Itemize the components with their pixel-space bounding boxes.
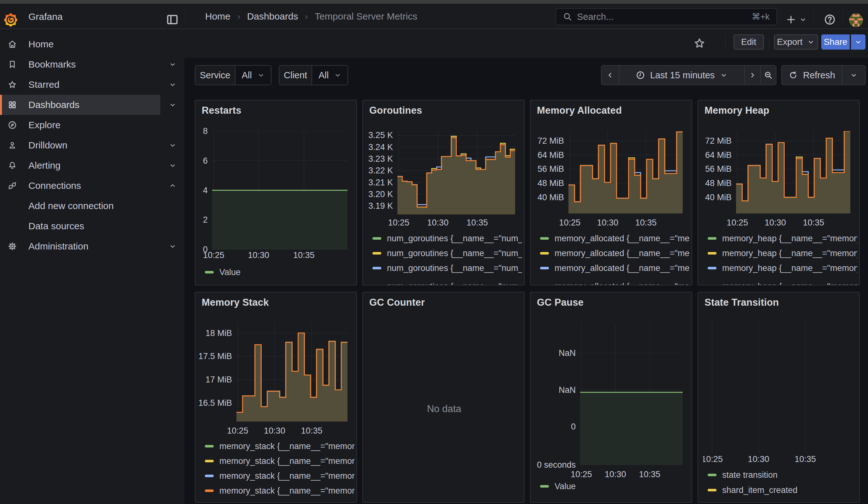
y-axis-label: 56 MiB [698, 164, 732, 174]
sidebar-item-data-sources[interactable]: Data sources [0, 216, 161, 236]
sidebar-item-bookmarks[interactable]: Bookmarks [0, 54, 161, 74]
panel-title[interactable]: GC Pause [537, 297, 583, 308]
legend-item[interactable]: num_goroutines {__name__="num_go [372, 262, 522, 275]
favorite-star-icon[interactable] [693, 36, 706, 50]
panel-title[interactable]: Restarts [202, 105, 241, 116]
grafana-logo-icon[interactable] [4, 13, 17, 27]
legend-item[interactable]: memory_stack {__name__="memory_s [205, 470, 354, 482]
legend-series-label: memory_allocated {__name__="memc [555, 234, 690, 244]
add-chevron-icon[interactable] [798, 14, 808, 25]
chart-restarts[interactable] [212, 131, 348, 251]
legend-item[interactable]: num_goroutines {__name__="num_go [372, 280, 522, 286]
legend-item[interactable]: memory_heap {__name__="memory_h [707, 232, 857, 245]
panel-title[interactable]: Memory Allocated [537, 105, 622, 116]
legend-item[interactable]: memory_heap {__name__="memory_h [707, 280, 857, 286]
chart-memstack[interactable] [236, 324, 348, 423]
share-button[interactable]: Share [821, 34, 850, 50]
legend-item[interactable]: memory_heap {__name__="memory_h [707, 262, 857, 275]
legend-series-label: Value [219, 267, 240, 277]
legend-item[interactable]: memory_allocated {__name__="memc [540, 232, 690, 245]
export-label: Export [777, 37, 803, 47]
panel-title[interactable]: Goroutines [369, 105, 422, 116]
legend-item[interactable]: memory_allocated {__name__="memc [540, 262, 690, 275]
time-forward-button[interactable] [744, 66, 760, 85]
panel-memstack: Memory Stack18 MiB17.5 MiB17 MiB16.5 MiB… [195, 292, 357, 503]
sidebar-chevron-down-icon[interactable] [168, 101, 177, 109]
legend-item[interactable]: Value [540, 480, 576, 493]
refresh-button[interactable]: Refresh [782, 66, 842, 85]
legend-item[interactable]: shard_item_created [707, 484, 798, 496]
y-axis-label: 40 MiB [530, 193, 564, 203]
sidebar-chevron-down-icon[interactable] [168, 60, 177, 69]
no-data-message: No data [427, 403, 462, 415]
x-axis-label: 10:30 [582, 218, 633, 228]
sidebar-item-connections[interactable]: Connections [0, 176, 161, 196]
panel-title[interactable]: Memory Heap [704, 105, 769, 116]
filter-label[interactable]: Client [279, 66, 311, 85]
edit-button[interactable]: Edit [734, 34, 764, 50]
legend-series-label: num_goroutines {__name__="num_go [387, 263, 522, 273]
sidebar-item-starred[interactable]: Starred [0, 74, 161, 95]
export-button[interactable]: Export [774, 34, 818, 50]
help-icon[interactable] [823, 13, 837, 27]
legend-item[interactable]: memory_heap {__name__="memory_h [707, 247, 857, 260]
chart-statetransition[interactable] [711, 319, 850, 455]
chart-memallocated[interactable] [568, 131, 683, 215]
sidebar-item-explore[interactable]: Explore [0, 115, 161, 135]
filter-value-dropdown[interactable]: All [235, 66, 271, 85]
legend-series-label: memory_heap {__name__="memory_h [722, 263, 857, 273]
y-axis-label: 72 MiB [530, 136, 564, 146]
legend-series-color [205, 445, 214, 448]
legend-item[interactable]: memory_stack {__name__="memory_s [205, 484, 354, 497]
sidebar-chevron-up-icon[interactable] [168, 182, 177, 190]
sidebar-item-administration[interactable]: Administration [0, 236, 161, 256]
panel-title[interactable]: Memory Stack [202, 297, 269, 308]
search-input[interactable]: Search... ⌘+k [556, 8, 777, 25]
time-range-picker[interactable]: Last 15 minutes [619, 66, 744, 85]
sidebar-chevron-down-icon[interactable] [168, 242, 177, 250]
sidebar-chevron-down-icon[interactable] [168, 81, 177, 89]
panel-title[interactable]: State Transition [704, 297, 779, 308]
y-axis-label: 0 [530, 422, 576, 432]
zoom-out-button[interactable] [760, 66, 776, 85]
legend-series-label: memory_allocated {__name__="memc [555, 282, 690, 286]
y-axis-label: 6 [195, 156, 208, 165]
breadcrumb-item-1[interactable]: Dashboards [247, 11, 298, 22]
legend-series-label: memory_stack {__name__="memory_s [219, 471, 354, 481]
sidebar-item-alerting[interactable]: Alerting [0, 155, 161, 176]
sidebar-item-drilldown[interactable]: Drilldown [0, 135, 161, 155]
avatar[interactable] [849, 13, 863, 27]
legend-item[interactable]: memory_stack {__name__="memory_s [205, 455, 354, 467]
chart-goroutines[interactable] [397, 131, 515, 216]
filter-value-dropdown[interactable]: All [311, 66, 348, 85]
sidebar-toggle-icon[interactable] [165, 13, 179, 27]
chart-gcpause[interactable] [580, 323, 683, 466]
x-axis-label: 10:30 [249, 426, 300, 436]
chart-memheap[interactable] [736, 131, 850, 215]
header-divider-1 [185, 10, 185, 23]
legend-series-color [372, 237, 381, 240]
panel-restarts: Restarts8642010:2510:3010:35Value [195, 100, 357, 286]
breadcrumb-item-0[interactable]: Home [205, 11, 230, 22]
sidebar-item-add-new-connection[interactable]: Add new connection [0, 196, 161, 216]
filter-label[interactable]: Service [195, 66, 235, 85]
panel-title[interactable]: GC Counter [369, 297, 425, 308]
legend-item[interactable]: num_goroutines {__name__="num_go [372, 232, 522, 245]
sidebar-item-dashboards[interactable]: Dashboards [0, 95, 161, 115]
refresh-interval-dropdown[interactable] [842, 66, 865, 85]
y-axis-label: 48 MiB [530, 178, 564, 188]
share-dropdown-button[interactable] [851, 34, 866, 50]
sidebar-chevron-down-icon[interactable] [168, 161, 177, 169]
time-back-button[interactable] [602, 66, 619, 85]
legend-item[interactable]: Value [205, 266, 240, 278]
legend-item[interactable]: memory_allocated {__name__="memc [540, 280, 690, 286]
legend-item[interactable]: state transition [707, 469, 778, 481]
legend-series-label: memory_heap {__name__="memory_h [722, 282, 857, 286]
legend-item[interactable]: memory_stack {__name__="memory_s [205, 440, 354, 453]
legend-series-label: memory_stack {__name__="memory_s [219, 442, 354, 451]
add-icon[interactable] [784, 13, 798, 27]
legend-item[interactable]: num_goroutines {__name__="num_go [372, 247, 522, 260]
legend-item[interactable]: memory_allocated {__name__="memc [540, 247, 690, 260]
sidebar-chevron-down-icon[interactable] [168, 141, 177, 150]
sidebar-item-home[interactable]: Home [0, 34, 161, 54]
